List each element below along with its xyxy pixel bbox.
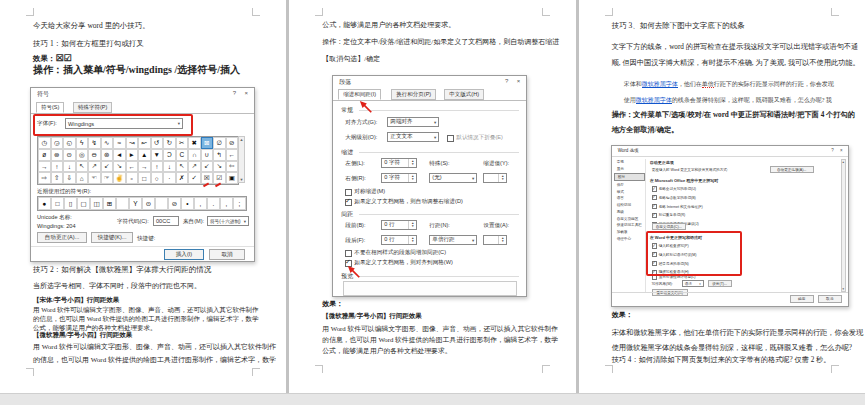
outline-level-combobox[interactable]: 正文文本 ▾	[387, 132, 439, 142]
symbol-cell[interactable]: ↙	[101, 161, 114, 173]
recent-symbol-cell[interactable]	[116, 197, 129, 210]
recent-symbol-cell[interactable]: ;	[233, 197, 246, 210]
symbol-cell[interactable]: ⊜	[101, 149, 114, 161]
indent-left-stepper[interactable]: 0 字符 ▲▼	[381, 158, 417, 168]
link-text[interactable]: 微软雅黑字体	[642, 81, 678, 88]
at-stepper[interactable]: ▲▼	[483, 235, 507, 245]
symbol-cell[interactable]: ↯	[88, 137, 101, 149]
spinner-down-icon[interactable]: ▼	[411, 178, 414, 181]
help-icon[interactable]: ?	[233, 90, 236, 96]
symbol-cell[interactable]: ∅	[213, 137, 226, 149]
spinner-down-icon[interactable]: ▼	[411, 225, 414, 228]
symbol-cell[interactable]: ⌂	[76, 172, 89, 184]
recent-symbol-cell[interactable]: ⊘	[168, 197, 181, 210]
snap-to-grid-checkbox[interactable]: 如果定义了文档网格，则对齐到网格(W)	[345, 259, 453, 267]
tab-special-characters[interactable]: 特殊字符(P)	[73, 102, 112, 113]
symbol-cell[interactable]: ø	[38, 149, 51, 161]
symbol-cell[interactable]: ✌	[113, 172, 126, 184]
space-before-stepper[interactable]: 0 行 ▲▼	[381, 220, 417, 230]
cancel-button[interactable]: 取消	[818, 295, 842, 303]
symbol-cell[interactable]: ↖	[176, 161, 189, 173]
symbol-cell[interactable]: ⊗	[51, 149, 64, 161]
tab-line-page-breaks[interactable]: 换行和分页(P)	[391, 89, 436, 100]
symbol-cell[interactable]: ✂	[176, 137, 189, 149]
symbol-cell[interactable]: ◎	[76, 149, 89, 161]
spinner-down-icon[interactable]: ▼	[501, 178, 504, 181]
recent-symbol-cell[interactable]: ⊞	[103, 197, 116, 210]
insert-button[interactable]: 插入(I)	[164, 249, 204, 260]
symbol-cell[interactable]: ⊙	[63, 149, 76, 161]
option-checkbox-row[interactable]: 键入时检查拼写(P)	[652, 243, 697, 249]
indent-right-stepper[interactable]: 0 字符 ▲▼	[381, 173, 417, 183]
from-combobox[interactable]: 符号(十六进制) ▾	[207, 216, 249, 226]
sidebar-item[interactable]: 快速访问工具栏	[614, 222, 645, 229]
symbol-cell[interactable]: ◵	[63, 137, 76, 149]
symbol-cell[interactable]: ▲	[138, 149, 151, 161]
sidebar-item[interactable]: 保存	[614, 181, 645, 188]
symbol-cell[interactable]: ✓	[188, 172, 201, 184]
symbol-cell[interactable]: ○	[151, 172, 164, 184]
special-combobox[interactable]: (无) ▾	[429, 173, 477, 183]
settings-button[interactable]: 设置(T)...	[708, 280, 732, 287]
symbol-cell[interactable]: →	[138, 161, 151, 173]
help-icon[interactable]: ?	[831, 148, 834, 153]
sidebar-item[interactable]: 语言	[614, 195, 645, 202]
symbol-cell[interactable]: ⊘	[226, 137, 239, 149]
symbol-cell[interactable]: ◷	[38, 137, 51, 149]
option-checkbox-row[interactable]: 键入时标记语法错误(M)	[652, 252, 697, 258]
symbol-cell[interactable]: C	[176, 149, 189, 161]
symbol-cell[interactable]: ↰	[213, 149, 226, 161]
symbol-cell[interactable]: ←	[126, 161, 139, 173]
symbol-cell[interactable]: ↗	[188, 161, 201, 173]
recent-symbol-cell[interactable]: Y	[129, 197, 142, 210]
symbol-cell[interactable]: →	[38, 161, 51, 173]
close-icon[interactable]: ×	[840, 148, 843, 153]
symbol-cell[interactable]: ▣	[226, 172, 239, 184]
recent-symbol-cell[interactable]	[155, 197, 168, 210]
scroll-down-icon[interactable]: ▼	[842, 287, 845, 291]
help-icon[interactable]: ?	[505, 78, 508, 84]
char-code-input[interactable]: 00CC	[153, 216, 179, 226]
symbol-cell[interactable]: ↑	[51, 161, 64, 173]
symbol-cell[interactable]: ≈	[113, 137, 126, 149]
options-scrollbar[interactable]: ▲ ▼	[841, 159, 846, 292]
recent-symbol-cell[interactable]: ◫	[90, 197, 103, 210]
recent-symbol-cell[interactable]: ▯	[64, 197, 77, 210]
recent-symbol-cell[interactable]: •	[181, 197, 194, 210]
sidebar-item[interactable]: 校对	[614, 173, 645, 182]
symbol-cell[interactable]: ⇩	[63, 172, 76, 184]
option-checkbox-row[interactable]: 忽略 Internet 和文件地址(F)	[652, 204, 703, 210]
custom-dictionaries-button[interactable]: 自定义词典(C)...	[652, 223, 686, 230]
sidebar-item[interactable]: 自定义功能区	[614, 215, 645, 222]
no-space-same-style-checkbox[interactable]: 不要在相同样式的段落间增加间距(C)	[345, 249, 446, 257]
option-checkbox-row[interactable]: 标记重复单词(R)	[652, 213, 703, 219]
symbol-cell[interactable]: ←	[226, 149, 239, 161]
sidebar-item[interactable]: 轻松访问	[614, 202, 645, 209]
close-icon[interactable]: ×	[517, 78, 521, 84]
symbol-cell[interactable]: ▫	[126, 172, 139, 184]
tab-symbols[interactable]: 符号(S)	[36, 102, 64, 113]
symbol-cell[interactable]: ▼	[151, 149, 164, 161]
sidebar-item[interactable]: 显示	[614, 166, 645, 173]
symbol-cell[interactable]: ↑	[151, 161, 164, 173]
by-stepper[interactable]: ▲▼	[483, 173, 507, 183]
symbol-cell[interactable]: ✗	[176, 172, 189, 184]
symbol-cell[interactable]: ☑	[213, 172, 226, 184]
symbol-cell[interactable]: ↙	[201, 161, 214, 173]
symbol-cell[interactable]: ϟ	[76, 137, 89, 149]
symbol-cell[interactable]: ↓	[63, 161, 76, 173]
spinner-down-icon[interactable]: ▼	[501, 240, 504, 243]
symbol-cell[interactable]: ◄	[113, 149, 126, 161]
recent-symbol-cell[interactable]: ,	[194, 197, 207, 210]
sidebar-item[interactable]: 常规	[614, 159, 645, 166]
tab-asian-typography[interactable]: 中文版式(H)	[444, 89, 484, 100]
symbol-cell[interactable]: ☜	[88, 172, 101, 184]
scroll-up-icon[interactable]: ▲	[240, 137, 244, 142]
spinner-down-icon[interactable]: ▼	[411, 163, 414, 166]
symbol-cell[interactable]: Ɔ	[163, 149, 176, 161]
symbol-cell[interactable]: ↻	[163, 137, 176, 149]
scroll-down-icon[interactable]: ▼	[240, 177, 244, 182]
font-combobox[interactable]: Wingdings ▾	[65, 118, 183, 129]
symbol-cell[interactable]: ↓	[163, 161, 176, 173]
symbol-cell[interactable]: ↘	[213, 161, 226, 173]
